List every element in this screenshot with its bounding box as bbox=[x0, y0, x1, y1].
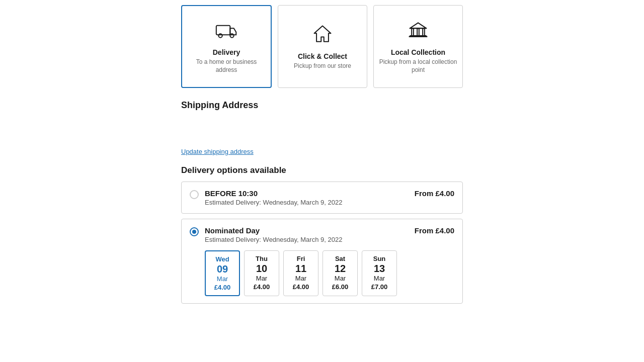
radio-btn-nominated-day[interactable] bbox=[190, 227, 199, 236]
option-content-before-1030: BEFORE 10:30 From £4.00 Estimated Delive… bbox=[205, 189, 454, 206]
bank-icon bbox=[407, 19, 429, 44]
delivery-card-title: Delivery bbox=[213, 48, 240, 56]
date-price-wed: £4.00 bbox=[209, 284, 236, 291]
delivery-card-subtitle: To a home or business address bbox=[187, 58, 266, 74]
date-num-wed: 09 bbox=[209, 263, 236, 275]
option-content-nominated-day: Nominated Day From £4.00 Estimated Deliv… bbox=[205, 226, 454, 296]
svg-rect-4 bbox=[417, 28, 419, 36]
local-collection-card-title: Local Collection bbox=[391, 48, 445, 56]
date-price-sat: £6.00 bbox=[326, 283, 354, 291]
date-month-sat: Mar bbox=[326, 275, 354, 282]
date-selector: Wed 09 Mar £4.00 Thu 10 Mar £4.00 Fri 11… bbox=[205, 250, 454, 296]
date-day-sun: Sun bbox=[365, 255, 393, 262]
date-day-wed: Wed bbox=[209, 255, 236, 263]
option-price-before-1030: From £4.00 bbox=[415, 189, 454, 198]
date-month-wed: Mar bbox=[209, 275, 236, 283]
radio-nominated-day[interactable] bbox=[190, 227, 199, 236]
radio-btn-before-1030[interactable] bbox=[190, 190, 199, 199]
option-date-before-1030: Estimated Delivery: Wednesday, March 9, … bbox=[205, 199, 454, 206]
date-month-sun: Mar bbox=[365, 275, 393, 282]
address-placeholder bbox=[181, 117, 463, 147]
local-collection-card-subtitle: Pickup from a local collection point bbox=[379, 58, 457, 74]
delivery-type-local-collection[interactable]: Local Collection Pickup from a local col… bbox=[373, 5, 463, 88]
delivery-option-before-1030[interactable]: BEFORE 10:30 From £4.00 Estimated Delive… bbox=[181, 182, 463, 214]
date-card-fri[interactable]: Fri 11 Mar £4.00 bbox=[283, 250, 318, 296]
date-month-fri: Mar bbox=[287, 275, 315, 282]
click-collect-card-title: Click & Collect bbox=[298, 52, 347, 60]
click-collect-card-subtitle: Pickup from our store bbox=[294, 62, 351, 70]
truck-icon bbox=[215, 19, 237, 44]
date-num-sun: 13 bbox=[365, 262, 393, 275]
date-num-sat: 12 bbox=[326, 262, 354, 275]
date-num-thu: 10 bbox=[248, 262, 276, 275]
house-icon bbox=[311, 23, 334, 48]
date-month-thu: Mar bbox=[248, 275, 276, 282]
option-row-before-1030: BEFORE 10:30 From £4.00 bbox=[205, 189, 454, 198]
radio-before-1030[interactable] bbox=[190, 190, 199, 199]
date-day-fri: Fri bbox=[287, 255, 315, 262]
date-card-sun[interactable]: Sun 13 Mar £7.00 bbox=[362, 250, 397, 296]
date-card-wed[interactable]: Wed 09 Mar £4.00 bbox=[205, 250, 240, 296]
option-price-nominated-day: From £4.00 bbox=[415, 226, 454, 235]
option-name-nominated-day: Nominated Day bbox=[205, 226, 260, 235]
date-price-sun: £7.00 bbox=[365, 283, 393, 291]
date-day-thu: Thu bbox=[248, 255, 276, 262]
date-card-thu[interactable]: Thu 10 Mar £4.00 bbox=[244, 250, 279, 296]
delivery-option-nominated-day[interactable]: Nominated Day From £4.00 Estimated Deliv… bbox=[181, 219, 463, 304]
shipping-address-title: Shipping Address bbox=[181, 100, 463, 111]
date-day-sat: Sat bbox=[326, 255, 354, 262]
svg-rect-3 bbox=[412, 28, 414, 36]
delivery-options-title: Delivery options available bbox=[181, 165, 463, 175]
option-name-before-1030: BEFORE 10:30 bbox=[205, 189, 258, 198]
date-num-fri: 11 bbox=[287, 262, 315, 275]
date-price-thu: £4.00 bbox=[248, 283, 276, 291]
option-row-nominated-day: Nominated Day From £4.00 bbox=[205, 226, 454, 235]
delivery-type-click-collect[interactable]: Click & Collect Pickup from our store bbox=[278, 5, 367, 88]
svg-rect-5 bbox=[423, 28, 425, 36]
option-date-nominated-day: Estimated Delivery: Wednesday, March 9, … bbox=[205, 236, 454, 243]
page-container: Delivery To a home or business address C… bbox=[176, 5, 468, 357]
date-price-fri: £4.00 bbox=[287, 283, 315, 291]
svg-rect-0 bbox=[216, 26, 230, 35]
update-shipping-address-link[interactable]: Update shipping address bbox=[181, 148, 254, 155]
delivery-type-row: Delivery To a home or business address C… bbox=[181, 5, 463, 88]
date-card-sat[interactable]: Sat 12 Mar £6.00 bbox=[323, 250, 358, 296]
delivery-type-delivery[interactable]: Delivery To a home or business address bbox=[181, 5, 272, 88]
